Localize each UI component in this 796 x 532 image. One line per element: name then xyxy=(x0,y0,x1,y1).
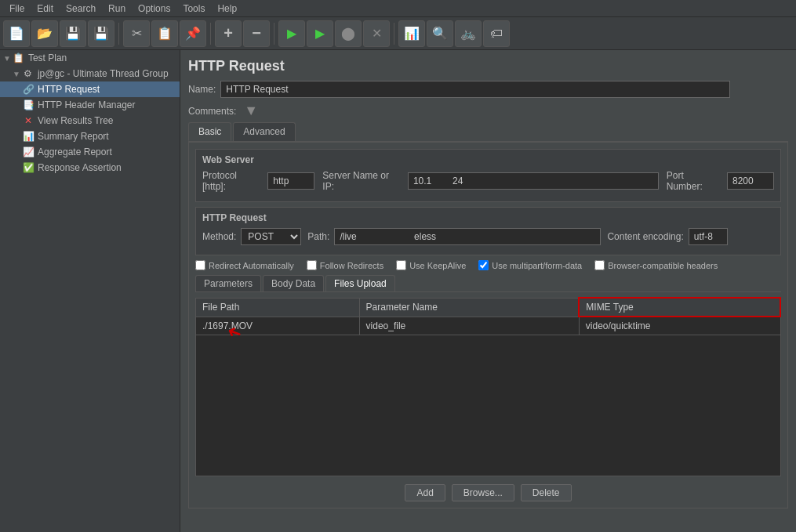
assertion-button[interactable]: 🔍 xyxy=(427,20,453,47)
mime-type-header: MIME Type xyxy=(579,298,780,317)
protocol-label: Protocol [http]: xyxy=(202,170,263,192)
thread-group-icon: ⚙ xyxy=(22,67,35,80)
comments-expand-icon[interactable]: ▼ xyxy=(244,103,258,119)
comments-row: Comments: ▼ xyxy=(188,103,788,119)
inner-tab-bar: Parameters Body Data Files Upload xyxy=(195,275,781,292)
remove-button[interactable]: − xyxy=(243,20,270,47)
use-multipart-input[interactable] xyxy=(478,260,489,270)
run-button[interactable]: ▶ xyxy=(278,20,305,47)
menu-edit[interactable]: Edit xyxy=(31,2,60,16)
report-button[interactable]: 📊 xyxy=(398,20,425,47)
http-request-icon: 🔗 xyxy=(22,83,35,96)
method-label: Method: xyxy=(202,231,236,242)
add-button[interactable]: + xyxy=(215,20,242,47)
save-as-button[interactable]: 💾 xyxy=(88,20,114,47)
sidebar-item-label: HTTP Header Manager xyxy=(38,100,136,110)
sidebar-item-test-plan[interactable]: ▼ 📋 Test Plan xyxy=(0,50,180,66)
server-input[interactable] xyxy=(408,172,659,190)
files-table: File Path Parameter Name MIME Type ./169… xyxy=(195,297,781,335)
follow-redirects-label: Follow Redirects xyxy=(320,261,383,270)
add-button[interactable]: Add xyxy=(405,484,445,501)
settings-button[interactable]: 🚲 xyxy=(455,20,482,47)
tab-advanced[interactable]: Advanced xyxy=(233,122,295,141)
comments-label: Comments: xyxy=(188,106,236,117)
expand-icon: ▼ xyxy=(13,70,20,78)
encoding-input[interactable] xyxy=(689,228,728,245)
sidebar-item-view-results-tree[interactable]: ✕ View Results Tree xyxy=(0,113,180,128)
follow-redirects-checkbox[interactable]: Follow Redirects xyxy=(307,260,383,270)
sidebar-item-summary-report[interactable]: 📊 Summary Report xyxy=(0,128,180,144)
port-input[interactable] xyxy=(727,172,774,190)
sidebar-item-label: Test Plan xyxy=(28,52,67,63)
redirect-auto-input[interactable] xyxy=(195,260,205,270)
sidebar-item-http-header-manager[interactable]: 📑 HTTP Header Manager xyxy=(0,97,180,113)
delete-button[interactable]: Delete xyxy=(521,484,572,501)
sidebar-item-aggregate-report[interactable]: 📈 Aggregate Report xyxy=(0,144,180,160)
expand-icon: ▼ xyxy=(3,54,11,63)
clear-button[interactable]: ✕ xyxy=(363,20,390,47)
path-input[interactable] xyxy=(334,228,601,245)
tab-content: Web Server Protocol [http]: Server Name … xyxy=(188,142,788,508)
table-row: ./1697.MOV ➜ video_file video/quicktime xyxy=(196,317,781,335)
menubar: File Edit Search Run Options Tools Help xyxy=(0,0,796,17)
menu-help[interactable]: Help xyxy=(211,2,243,16)
sidebar-item-label: Response Assertion xyxy=(38,162,122,173)
sidebar-item-thread-group[interactable]: ▼ ⚙ jp@gc - Ultimate Thread Group xyxy=(0,66,180,81)
use-multipart-checkbox[interactable]: Use multipart/form-data xyxy=(478,260,582,270)
parameter-name-header: Parameter Name xyxy=(359,298,579,317)
toolbar-separator-2 xyxy=(210,23,211,45)
sidebar-item-response-assertion[interactable]: ✅ Response Assertion xyxy=(0,160,180,176)
menu-run[interactable]: Run xyxy=(102,2,132,16)
toolbar-separator-4 xyxy=(394,23,394,45)
name-input[interactable] xyxy=(220,81,730,98)
mime-type-cell: video/quicktime xyxy=(579,317,780,335)
toolbar-separator-3 xyxy=(274,23,274,45)
protocol-input[interactable] xyxy=(267,172,314,190)
sidebar: ▼ 📋 Test Plan ▼ ⚙ jp@gc - Ultimate Threa… xyxy=(0,50,180,532)
copy-button[interactable]: 📋 xyxy=(151,20,178,47)
browser-compatible-label: Browser-compatible headers xyxy=(608,261,718,270)
web-server-title: Web Server xyxy=(202,154,774,165)
browser-compatible-input[interactable] xyxy=(594,260,605,270)
tab-parameters[interactable]: Parameters xyxy=(195,275,261,291)
save-button[interactable]: 💾 xyxy=(60,20,86,47)
test-plan-icon: 📋 xyxy=(13,52,25,64)
http-header-manager-icon: 📑 xyxy=(22,99,35,111)
menu-file[interactable]: File xyxy=(3,2,31,16)
content-area: HTTP Request Name: Comments: ▼ Basic Adv… xyxy=(180,50,796,532)
menu-search[interactable]: Search xyxy=(60,2,102,16)
follow-redirects-input[interactable] xyxy=(307,260,317,270)
method-select[interactable]: POST GET PUT DELETE xyxy=(241,228,301,245)
paste-button[interactable]: 📌 xyxy=(180,20,206,47)
sidebar-item-label: Summary Report xyxy=(38,131,109,142)
bottom-buttons: Add Browse... Delete xyxy=(195,484,781,501)
web-server-row: Protocol [http]: Server Name or IP: Port… xyxy=(202,170,774,192)
file-path-cell: ./1697.MOV ➜ xyxy=(196,317,360,335)
response-assertion-icon: ✅ xyxy=(22,161,35,174)
use-keepalive-checkbox[interactable]: Use KeepAlive xyxy=(396,260,466,270)
new-button[interactable]: 📄 xyxy=(3,20,30,47)
tab-basic[interactable]: Basic xyxy=(188,122,231,141)
start-button[interactable]: ▶ xyxy=(307,20,333,47)
http-request-title: HTTP Request xyxy=(202,212,774,223)
menu-options[interactable]: Options xyxy=(132,2,176,16)
open-button[interactable]: 📂 xyxy=(31,20,58,47)
sidebar-item-http-request[interactable]: 🔗 HTTP Request xyxy=(0,81,180,97)
browse-button[interactable]: Browse... xyxy=(452,484,514,501)
use-keepalive-input[interactable] xyxy=(396,260,406,270)
summary-report-icon: 📊 xyxy=(22,130,35,143)
browser-compatible-checkbox[interactable]: Browser-compatible headers xyxy=(594,260,718,270)
tab-body-data[interactable]: Body Data xyxy=(263,275,324,291)
stop-button[interactable]: ⬤ xyxy=(335,20,362,47)
main-layout: ▼ 📋 Test Plan ▼ ⚙ jp@gc - Ultimate Threa… xyxy=(0,50,796,532)
http-request-row: Method: POST GET PUT DELETE Path: Conten… xyxy=(202,228,774,245)
options-checkboxes: Redirect Automatically Follow Redirects … xyxy=(195,260,781,270)
files-upload-section: File Path Parameter Name MIME Type ./169… xyxy=(195,297,781,476)
menu-tools[interactable]: Tools xyxy=(176,2,211,16)
cut-button[interactable]: ✂ xyxy=(123,20,150,47)
sidebar-item-label: View Results Tree xyxy=(38,115,114,126)
toolbar-separator-1 xyxy=(118,23,119,45)
highlight-button[interactable]: 🏷 xyxy=(483,20,510,47)
redirect-auto-checkbox[interactable]: Redirect Automatically xyxy=(195,260,294,270)
tab-files-upload[interactable]: Files Upload xyxy=(325,275,395,291)
